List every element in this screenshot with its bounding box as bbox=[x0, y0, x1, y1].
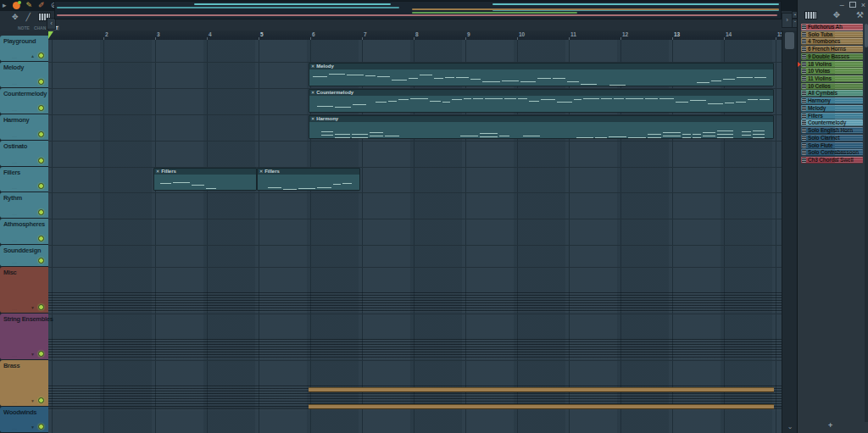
pattern-item-18-violins[interactable]: 18 Violins bbox=[801, 61, 863, 68]
pattern-preview-texture bbox=[835, 119, 863, 126]
clip-header[interactable]: ✕Fillers bbox=[154, 169, 256, 175]
clip-note bbox=[711, 80, 721, 81]
scroll-left-button[interactable]: ‹ bbox=[47, 18, 56, 30]
track-enable-led[interactable] bbox=[38, 183, 44, 189]
pattern-clip-harmony[interactable]: ✕Harmony bbox=[309, 115, 774, 139]
clip-note bbox=[583, 98, 599, 99]
menu-caret-icon[interactable]: ▸ bbox=[3, 0, 7, 11]
track-enable-led[interactable] bbox=[38, 351, 44, 357]
fl-logo[interactable] bbox=[13, 2, 20, 9]
pan-tool-icon[interactable]: ✥ bbox=[12, 13, 19, 21]
collapse-up-icon[interactable]: ▲ bbox=[31, 54, 35, 58]
draw-tool-icon[interactable]: ✎ bbox=[26, 0, 33, 11]
pattern-item-6-french-horns[interactable]: 6 French Horns bbox=[801, 46, 863, 53]
track-enable-led[interactable] bbox=[38, 209, 44, 215]
minimize-icon[interactable]: – bbox=[840, 1, 844, 9]
pattern-item-4-trombones[interactable]: 4 Trombones bbox=[801, 38, 863, 45]
pattern-clip-melody[interactable]: ✕Melody bbox=[309, 63, 774, 86]
pan-tool-icon[interactable]: ✥ bbox=[833, 10, 840, 19]
collapse-down-icon[interactable]: ▼ bbox=[31, 425, 35, 430]
track-header-woodwinds[interactable]: Woodwinds…▼ bbox=[0, 407, 48, 433]
track-header-athmospheres[interactable]: Athmospheres… bbox=[0, 219, 48, 245]
track-enable-led[interactable] bbox=[38, 397, 44, 403]
minimap-segment bbox=[492, 3, 779, 5]
clip-header[interactable]: ✕Fillers bbox=[258, 169, 359, 175]
track-header-misc[interactable]: Misc…▼ bbox=[0, 267, 48, 314]
track-header-string-ensembles[interactable]: String Ensembles…▼ bbox=[0, 314, 48, 360]
pattern-item-solo-tuba[interactable]: Solo Tuba bbox=[801, 31, 863, 38]
track-enable-led[interactable] bbox=[38, 158, 44, 164]
track-header-sounddesign[interactable]: Sounddesign… bbox=[0, 245, 48, 267]
pattern-item-all-cymbals[interactable]: All Cymbals bbox=[801, 90, 863, 97]
collapse-down-icon[interactable]: ▼ bbox=[31, 399, 35, 403]
pattern-item-10-violas[interactable]: 10 Violas bbox=[801, 68, 863, 75]
paint-tool-icon[interactable]: ✐ bbox=[38, 0, 45, 11]
pattern-item-fillers[interactable]: Fillers bbox=[801, 113, 863, 119]
pattern-clip-fillers[interactable]: ✕Fillers bbox=[257, 168, 360, 191]
scrollbar-thumb[interactable] bbox=[865, 24, 868, 47]
playlist-grid[interactable]: ✕Melody✕Countermelody✕Harmony✕Fillers✕Fi… bbox=[48, 40, 782, 433]
restore-icon[interactable] bbox=[849, 2, 856, 8]
pattern-item-ch3-chordal-swell[interactable]: Ch3 Chordal Swell bbox=[801, 157, 863, 164]
pattern-item-9-double-basses[interactable]: 9 Double Basses bbox=[801, 53, 863, 60]
pattern-list-scrollbar[interactable] bbox=[865, 24, 868, 422]
clip-header[interactable]: ✕Melody bbox=[309, 64, 773, 69]
pattern-clip-fillers[interactable]: ✕Fillers bbox=[153, 168, 257, 191]
track-enable-led[interactable] bbox=[38, 79, 44, 85]
track-enable-led[interactable] bbox=[38, 131, 44, 137]
clip-mute-icon[interactable]: ✕ bbox=[311, 90, 314, 96]
clip-note bbox=[398, 99, 409, 100]
collapse-down-icon[interactable]: ▼ bbox=[31, 306, 35, 310]
clip-note bbox=[329, 74, 345, 75]
clip-mute-icon[interactable]: ✕ bbox=[156, 169, 159, 175]
clip-header[interactable]: ✕Harmony bbox=[309, 116, 773, 122]
pattern-item-melody[interactable]: Melody bbox=[801, 105, 863, 112]
scrollbar-thumb[interactable] bbox=[785, 32, 794, 49]
track-header-melody[interactable]: Melody… bbox=[0, 62, 48, 88]
track-header-countermelody[interactable]: Countermelody… bbox=[0, 88, 48, 114]
track-enable-led[interactable] bbox=[38, 424, 44, 430]
pattern-item-solo-english-horn[interactable]: Solo English Horn bbox=[801, 127, 863, 134]
grid-row-line bbox=[48, 267, 782, 268]
track-header-harmony[interactable]: Harmony… bbox=[0, 114, 48, 141]
collapse-down-icon[interactable]: ▼ bbox=[31, 353, 35, 357]
close-icon[interactable]: × bbox=[861, 1, 865, 9]
pattern-item-fullchorus-ah[interactable]: Fullchorus Ah bbox=[801, 24, 863, 31]
clip-note bbox=[377, 76, 390, 77]
pattern-glyph-icon bbox=[802, 84, 806, 89]
slide-tool-icon[interactable]: ╱ bbox=[26, 13, 31, 21]
playlist-vertical-scrollbar[interactable]: ⌄ bbox=[782, 31, 798, 433]
playhead-marker[interactable] bbox=[48, 31, 53, 39]
pattern-glyph-icon bbox=[802, 143, 806, 148]
track-header-ostinato[interactable]: Ostinato… bbox=[0, 141, 48, 167]
pattern-name: 11 Violins bbox=[808, 75, 832, 82]
track-enable-led[interactable] bbox=[38, 53, 44, 58]
pattern-item-solo-clarinet[interactable]: Solo Clarinet bbox=[801, 135, 863, 142]
add-pattern-button[interactable]: + bbox=[828, 421, 832, 430]
track-enable-led[interactable] bbox=[38, 236, 44, 241]
pattern-item-solo-contrabassoon[interactable]: Solo Contrabassoon bbox=[801, 149, 863, 156]
clip-mute-icon[interactable]: ✕ bbox=[311, 64, 314, 69]
clip-mute-icon[interactable]: ✕ bbox=[259, 169, 263, 175]
track-enable-led[interactable] bbox=[38, 304, 44, 310]
pattern-item-harmony[interactable]: Harmony bbox=[801, 97, 863, 104]
pattern-item-countermelody[interactable]: Countermelody bbox=[801, 119, 863, 126]
clip-mute-icon[interactable]: ✕ bbox=[311, 116, 314, 122]
pattern-clip-countermelody[interactable]: ✕Countermelody bbox=[309, 89, 774, 113]
clip-header[interactable]: ✕Countermelody bbox=[309, 90, 773, 96]
track-header-brass[interactable]: Brass…▼ bbox=[0, 360, 48, 407]
pattern-item-solo-flute[interactable]: Solo Flute bbox=[801, 142, 863, 149]
pattern-item-10-cellos[interactable]: 10 Cellos bbox=[801, 83, 863, 90]
track-enable-led[interactable] bbox=[38, 105, 44, 111]
track-header-rythm[interactable]: Rythm… bbox=[0, 192, 48, 219]
automation-clip[interactable] bbox=[309, 387, 774, 392]
track-header-playground[interactable]: Playground…▲ bbox=[0, 36, 48, 62]
piano-roll-icon[interactable] bbox=[804, 11, 817, 19]
automation-clip[interactable] bbox=[309, 404, 774, 409]
scroll-down-button[interactable]: ⌄ bbox=[785, 423, 795, 431]
track-header-fillers[interactable]: Fillers… bbox=[0, 167, 48, 192]
pattern-item-11-violins[interactable]: 11 Violins bbox=[801, 75, 863, 82]
track-enable-led[interactable] bbox=[38, 258, 44, 264]
wrench-icon[interactable]: ⚒ bbox=[856, 10, 864, 19]
arrangement-minimap[interactable] bbox=[54, 1, 782, 19]
